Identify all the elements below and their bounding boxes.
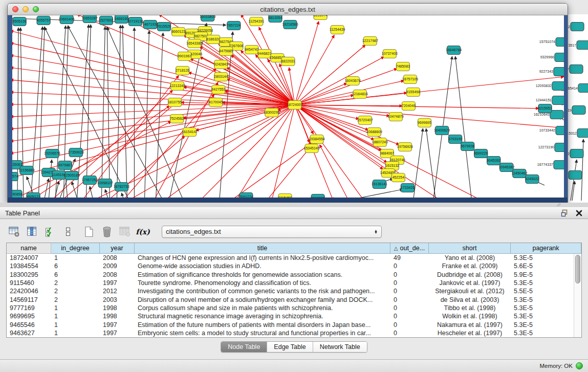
- graph-node[interactable]: 16774337: [537, 161, 564, 169]
- graph-node[interactable]: 7204046: [402, 102, 416, 111]
- table-cell[interactable]: Yano et al. (2008): [429, 254, 511, 261]
- graph-node[interactable]: 8822031: [281, 57, 295, 66]
- graph-node[interactable]: 12213343: [169, 82, 185, 91]
- graph-node[interactable]: 10733442: [539, 126, 564, 135]
- table-cell[interactable]: 0: [390, 330, 429, 337]
- table-cell[interactable]: 0: [390, 313, 429, 320]
- table-cell[interactable]: 1: [51, 254, 100, 261]
- tab-network-table[interactable]: Network Table: [313, 342, 367, 352]
- table-cell[interactable]: 9777169: [7, 304, 51, 312]
- table-cell[interactable]: Stergiakouli et al. (2012): [429, 288, 511, 295]
- table-cell[interactable]: Estimation of significance thresholds fo…: [135, 271, 390, 278]
- table-row[interactable]: 946362711997Embryonic stem cells: a mode…: [7, 329, 574, 337]
- graph-node[interactable]: 10719138: [127, 17, 143, 26]
- table-cell[interactable]: 1: [51, 321, 100, 329]
- table-cell[interactable]: 1998: [100, 304, 135, 312]
- graph-node[interactable]: 3913574: [12, 172, 18, 181]
- table-cell[interactable]: 5.3E-5: [511, 330, 574, 337]
- graph-node[interactable]: 7691274: [239, 193, 253, 198]
- graph-node[interactable]: 8502235: [311, 194, 324, 198]
- resize-grip-icon[interactable]: [556, 203, 561, 207]
- graph-node[interactable]: 18757105: [402, 75, 418, 84]
- graph-node[interactable]: 12093832: [536, 82, 564, 91]
- graph-node[interactable]: 7485083: [396, 62, 410, 71]
- graph-node[interactable]: 8699226: [474, 149, 488, 158]
- graph-node[interactable]: 14671938: [142, 20, 158, 29]
- graph-node[interactable]: 1733426: [401, 184, 415, 192]
- graph-node[interactable]: 9245062: [567, 171, 582, 180]
- graph-node[interactable]: 1810755: [168, 98, 182, 107]
- graph-node[interactable]: 20691406: [59, 15, 75, 24]
- graph-node[interactable]: 12156889: [18, 166, 34, 175]
- graph-node[interactable]: 11254439: [330, 26, 345, 34]
- table-cell[interactable]: 5.5E-5: [511, 288, 574, 295]
- table-cell[interactable]: Genome-wide association studies in ADHD.: [135, 262, 390, 270]
- table-cell[interactable]: 5.3E-5: [511, 304, 574, 312]
- delete-table-button[interactable]: [101, 226, 113, 238]
- table-cell[interactable]: 2: [51, 296, 100, 303]
- graph-node[interactable]: 6793199: [448, 135, 462, 144]
- table-cell[interactable]: Investigating the contribution of common…: [135, 288, 390, 295]
- graph-node[interactable]: 7524562: [170, 115, 184, 123]
- table-cell[interactable]: 1: [51, 304, 100, 312]
- table-cell[interactable]: 1997: [100, 321, 135, 329]
- table-cell[interactable]: 0: [390, 279, 429, 287]
- column-header-pagerank[interactable]: pagerank: [511, 243, 581, 254]
- table-cell[interactable]: Corpus callosum shape and size in male p…: [135, 304, 390, 312]
- table-cell[interactable]: 14569117: [7, 296, 51, 303]
- graph-node[interactable]: 8475685: [219, 47, 233, 56]
- table-cell[interactable]: 1: [51, 313, 100, 320]
- function-builder-button[interactable]: f(x): [137, 226, 149, 238]
- table-cell[interactable]: 2008: [100, 271, 135, 278]
- table-cell[interactable]: 9699695: [7, 313, 51, 320]
- graph-node[interactable]: 12444151: [536, 96, 564, 105]
- create-table-button[interactable]: [83, 226, 95, 238]
- graph-node[interactable]: 8186328: [206, 35, 220, 44]
- table-cell[interactable]: 5.6E-5: [511, 262, 574, 270]
- table-cell[interactable]: 5.3E-5: [511, 296, 574, 303]
- table-row[interactable]: 1938455462009Genome-wide association stu…: [7, 262, 574, 270]
- table-cell[interactable]: 5.3E-5: [511, 321, 574, 329]
- graph-node[interactable]: 8660123: [171, 28, 185, 36]
- graph-node[interactable]: 10688609: [366, 128, 382, 137]
- table-cell[interactable]: Nakamura et al. (1997): [429, 321, 511, 329]
- graph-node[interactable]: 9329966: [540, 53, 564, 62]
- table-cell[interactable]: de Silva et al. (2003): [429, 296, 511, 303]
- graph-node[interactable]: 17957253: [82, 176, 98, 185]
- graph-node[interactable]: 1673442: [567, 149, 583, 158]
- table-cell[interactable]: 1998: [100, 313, 135, 320]
- graph-node[interactable]: 16409629: [434, 126, 450, 135]
- graph-node[interactable]: 9679938: [461, 142, 474, 151]
- table-cell[interactable]: 2: [51, 279, 100, 287]
- table-cell[interactable]: Tourette syndrome. Phenomenology and cla…: [135, 279, 390, 287]
- graph-node[interactable]: 7857224: [227, 21, 241, 30]
- table-cell[interactable]: 22420046: [7, 288, 51, 295]
- graph-node[interactable]: 15136141: [372, 180, 387, 189]
- table-cell[interactable]: 2: [51, 288, 100, 295]
- graph-node[interactable]: 1373517: [567, 41, 588, 50]
- memory-ok-indicator[interactable]: [576, 362, 583, 369]
- graph-node[interactable]: 10945382: [498, 163, 514, 172]
- table-selector-dropdown[interactable]: citations_edges.txt ▲▼: [162, 226, 382, 238]
- table-row[interactable]: 911546021997Tourette syndrome. Phenomeno…: [7, 279, 574, 287]
- graph-node[interactable]: 18807243: [372, 138, 388, 147]
- panel-divider[interactable]: [0, 203, 588, 207]
- graph-node[interactable]: 6466160: [115, 15, 128, 24]
- graph-node[interactable]: 16648784: [446, 46, 462, 55]
- network-canvas-svg[interactable]: 9505136405575720691406106532871527602646…: [12, 15, 564, 198]
- graph-node[interactable]: 15751074: [539, 38, 564, 47]
- graph-node[interactable]: 12217987: [362, 37, 378, 46]
- table-panel-titlebar[interactable]: Table Panel: [0, 207, 588, 219]
- graph-node[interactable]: 9699695: [418, 119, 431, 127]
- table-cell[interactable]: 9463627: [7, 330, 51, 337]
- table-cell[interactable]: 0: [390, 271, 429, 278]
- graph-node[interactable]: 16033809: [200, 15, 215, 21]
- table-cell[interactable]: 1997: [100, 279, 135, 287]
- table-cell[interactable]: Dudbridge et al. (2008): [429, 271, 511, 278]
- table-cell[interactable]: 9115460: [7, 279, 51, 287]
- graph-node[interactable]: 10474879: [388, 113, 404, 121]
- table-cell[interactable]: Wolkin et al. (1998): [429, 313, 511, 320]
- table-cell[interactable]: Tibbo et al. (1998): [429, 304, 511, 312]
- graph-node[interactable]: 15720407: [357, 116, 373, 125]
- graph-node[interactable]: 12273190: [538, 143, 564, 152]
